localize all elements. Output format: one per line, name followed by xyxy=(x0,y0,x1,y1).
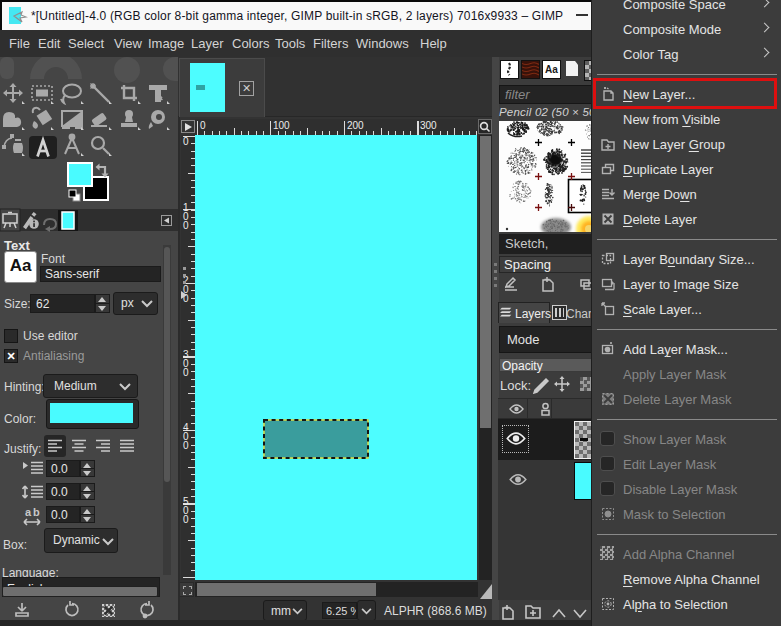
svg-text:a: a xyxy=(25,506,32,518)
svg-text:b: b xyxy=(33,506,40,518)
